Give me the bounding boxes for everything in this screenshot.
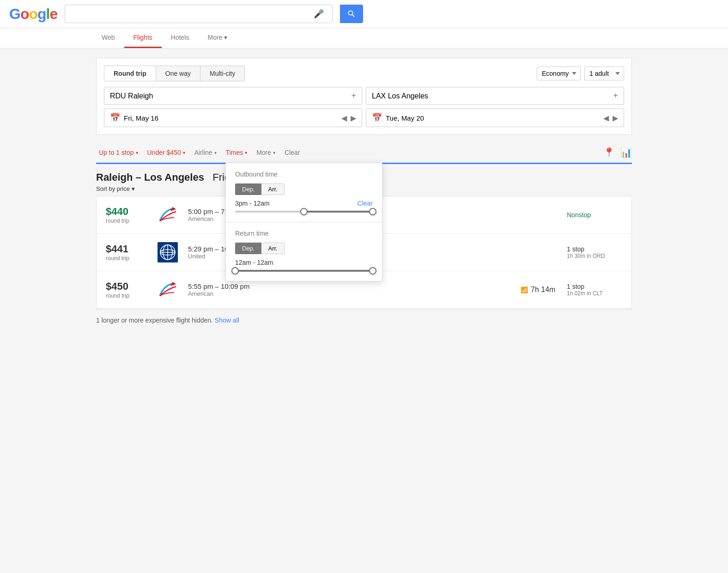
airline-logo	[157, 279, 179, 301]
cabin-class-select[interactable]: Economy Business First	[537, 67, 581, 80]
destination-field[interactable]: +	[366, 87, 624, 105]
more-filter-label: More	[256, 149, 271, 156]
flight-price: $441 round trip	[106, 243, 147, 262]
outbound-dep-tab[interactable]: Dep.	[235, 183, 261, 195]
search-input[interactable]	[70, 10, 314, 18]
more-filter-caret: ▾	[273, 150, 275, 155]
depart-date-input[interactable]	[124, 114, 338, 122]
destination-plus-icon[interactable]: +	[613, 91, 618, 101]
main-content: Round trip One way Multi-city Economy Bu…	[87, 58, 641, 331]
price-filter-caret: ▾	[183, 150, 185, 155]
clear-filter-button[interactable]: Clear	[282, 147, 303, 158]
flight-times: 5:55 pm – 10:09 pm American	[188, 282, 511, 297]
round-trip-button[interactable]: Round trip	[104, 66, 156, 81]
outbound-dep-arr-tabs: Dep. Arr.	[235, 183, 373, 195]
return-slider-thumb-left[interactable]	[231, 267, 239, 274]
united-airlines-logo-icon	[158, 242, 178, 262]
times-filter-label: Times	[226, 149, 243, 156]
price-amount: $450	[106, 280, 147, 293]
return-time-range-row: 12am - 12am	[235, 259, 373, 266]
stops-label: 1 stop	[567, 245, 622, 253]
stops-filter-button[interactable]: Up to 1 stop ▾	[96, 147, 141, 158]
stops-detail: 1h 02m in CLT	[567, 290, 622, 297]
return-date-input[interactable]	[386, 114, 600, 122]
return-slider-track[interactable]	[235, 270, 373, 272]
results-title: Raleigh – Los Angeles Friday	[96, 171, 241, 183]
times-filter-caret: ▾	[245, 150, 247, 155]
search-button[interactable]	[340, 5, 363, 23]
airline-filter-button[interactable]: Airline ▾	[192, 147, 219, 158]
outbound-arr-tab[interactable]: Arr.	[261, 183, 284, 195]
passengers-select[interactable]: 1 adult 2 adults	[584, 67, 624, 80]
airline-logo	[157, 241, 179, 263]
mic-icon[interactable]: 🎤	[314, 9, 324, 19]
price-filter-button[interactable]: Under $450 ▾	[145, 147, 188, 158]
flight-duration: 7h 14m	[531, 286, 555, 294]
outbound-slider-track[interactable]	[235, 211, 373, 213]
price-label: round trip	[106, 293, 147, 299]
destination-input[interactable]	[372, 92, 613, 100]
one-way-button[interactable]: One way	[156, 66, 200, 81]
airport-row: + +	[104, 87, 624, 105]
origin-field[interactable]: +	[104, 87, 362, 105]
results-title-text: Raleigh – Los Angeles	[96, 171, 204, 183]
nav-tab-more[interactable]: More ▾	[198, 28, 237, 48]
depart-date-field[interactable]: 📅 ◀ ▶	[104, 109, 362, 127]
return-time-range-text: 12am - 12am	[235, 259, 273, 266]
sort-caret-icon: ▾	[132, 185, 135, 192]
american-airlines-logo-icon	[158, 280, 178, 300]
flight-stops: Nonstop	[567, 211, 622, 219]
search-bar-wrapper: 🎤	[65, 5, 333, 23]
outbound-clear-link[interactable]: Clear	[358, 200, 373, 207]
nav-tabs: Web Flights Hotels More ▾	[0, 28, 728, 49]
origin-input[interactable]	[110, 92, 351, 100]
show-all-link[interactable]: Show all	[215, 317, 239, 324]
nav-tab-web[interactable]: Web	[92, 28, 124, 48]
origin-plus-icon[interactable]: +	[351, 91, 356, 101]
outbound-section: Outbound time Dep. Arr. 3pm - 12am Clear	[226, 163, 382, 222]
outbound-slider-fill	[304, 211, 373, 213]
return-prev-arrow[interactable]: ◀	[603, 114, 609, 122]
outbound-slider-thumb-left[interactable]	[300, 208, 308, 215]
outbound-time-range-row: 3pm - 12am Clear	[235, 200, 373, 207]
nav-tab-flights[interactable]: Flights	[124, 28, 162, 48]
trip-type-row: Round trip One way Multi-city Economy Bu…	[104, 66, 624, 81]
depart-calendar-icon: 📅	[110, 113, 120, 123]
more-filter-button[interactable]: More ▾	[254, 147, 278, 158]
airline-name: American	[188, 290, 511, 297]
header: Google 🎤	[0, 0, 728, 28]
location-icon-button[interactable]: 📍	[603, 147, 615, 158]
nav-tab-more-label: More	[207, 34, 222, 41]
chart-icon-button[interactable]: 📊	[620, 147, 632, 158]
multi-city-button[interactable]: Multi-city	[200, 66, 245, 81]
return-arr-tab[interactable]: Arr.	[261, 243, 284, 254]
price-filter-label: Under $450	[147, 149, 181, 156]
filter-right-icons: 📍 📊	[603, 147, 632, 158]
airline-filter-label: Airline	[194, 149, 212, 156]
trip-types: Round trip One way Multi-city	[104, 66, 245, 81]
sort-dropdown[interactable]: Sort by price ▾	[96, 185, 135, 192]
flight-search-box: Round trip One way Multi-city Economy Bu…	[96, 58, 632, 135]
return-dep-tab[interactable]: Dep.	[235, 243, 261, 254]
return-dep-arr-tabs: Dep. Arr.	[235, 243, 373, 254]
american-airlines-logo-icon	[158, 205, 178, 225]
depart-next-arrow[interactable]: ▶	[351, 114, 356, 122]
right-selects: Economy Business First 1 adult 2 adults	[537, 67, 624, 80]
wifi-icon: 📶	[521, 286, 528, 293]
footer-note-text: 1 longer or more expensive flight hidden…	[96, 317, 213, 324]
return-slider-thumb-right[interactable]	[369, 267, 376, 274]
stops-detail: 1h 30m in ORD	[567, 253, 622, 259]
times-filter-button[interactable]: Times ▾	[223, 147, 250, 158]
return-date-field[interactable]: 📅 ◀ ▶	[366, 109, 624, 127]
flight-price: $440 round trip	[106, 206, 147, 224]
depart-prev-arrow[interactable]: ◀	[341, 114, 347, 122]
return-next-arrow[interactable]: ▶	[613, 114, 618, 122]
nav-tab-hotels[interactable]: Hotels	[162, 28, 199, 48]
price-amount: $441	[106, 243, 147, 255]
return-section: Return time Dep. Arr. 12am - 12am	[226, 222, 382, 281]
outbound-slider-thumb-right[interactable]	[369, 208, 376, 215]
google-logo[interactable]: Google	[9, 6, 57, 23]
price-label: round trip	[106, 218, 147, 224]
filter-bar: Up to 1 stop ▾ Under $450 ▾ Airline ▾ Ti…	[96, 142, 632, 163]
date-row: 📅 ◀ ▶ 📅 ◀ ▶	[104, 109, 624, 127]
